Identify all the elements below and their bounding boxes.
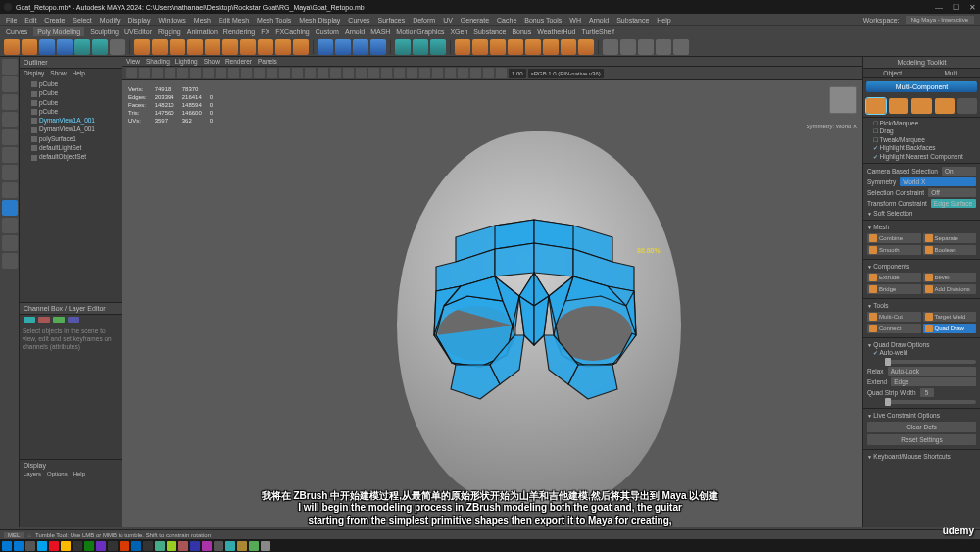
viewport-tool-icon[interactable] — [305, 68, 316, 78]
menu-item[interactable]: Generate — [461, 17, 489, 24]
outliner-item[interactable]: defaultObjectSet — [24, 152, 120, 161]
viewport-menu-item[interactable]: Shading — [146, 58, 170, 65]
extend-dropdown[interactable]: Edge — [891, 377, 976, 386]
close-button[interactable]: ✕ — [969, 3, 976, 12]
outliner-tree[interactable]: pCubepCubepCubepCubeDymanView1A_001Dyman… — [20, 77, 122, 302]
taskbar-app-icon[interactable] — [73, 541, 82, 551]
shelf-tab[interactable]: Animation — [187, 28, 218, 35]
outliner-item[interactable]: pCube — [24, 98, 120, 107]
menu-item[interactable]: Mesh Tools — [257, 17, 291, 24]
menu-item[interactable]: Deform — [413, 17, 435, 24]
shelf-icon[interactable] — [673, 39, 689, 55]
toolbox-button[interactable] — [2, 235, 18, 251]
shelf-tab[interactable]: MotionGraphics — [396, 28, 444, 35]
toolbox-button[interactable] — [2, 200, 18, 216]
viewport-tool-icon[interactable] — [177, 68, 188, 78]
viewport[interactable]: Verts:7491878370Edges:2033942164140Faces… — [122, 80, 862, 527]
taskbar-app-icon[interactable] — [14, 541, 24, 551]
shelf-icon[interactable] — [152, 39, 168, 55]
shelf-icon[interactable] — [413, 39, 428, 55]
clear-defs-button[interactable]: Clear Defs — [867, 422, 976, 432]
outliner-item[interactable]: polySurface1 — [24, 134, 120, 143]
shelf-tab[interactable]: FX — [261, 28, 270, 35]
shelf-icon[interactable] — [258, 39, 273, 55]
workspace-selector[interactable]: Nig Maya - Interactive — [906, 16, 974, 24]
toolkit-tab-multi[interactable]: Multi — [922, 69, 981, 77]
shelf-tab[interactable]: TurtleShelf — [581, 28, 614, 35]
toolkit-button[interactable]: Quad Draw — [923, 324, 977, 333]
shelf-icon[interactable] — [293, 39, 309, 55]
color-space-field[interactable]: sRGB 1.0 (EIN-native v36) — [528, 69, 604, 78]
taskbar-app-icon[interactable] — [49, 541, 59, 551]
shelf-tab[interactable]: Curves — [6, 28, 27, 35]
shelf-icon[interactable] — [170, 39, 185, 55]
toolkit-button[interactable]: Bridge — [867, 284, 921, 294]
menu-item[interactable]: Arnold — [589, 17, 609, 24]
toolbox-button[interactable] — [2, 253, 18, 269]
shelf-tab[interactable]: Poly Modeling — [33, 27, 84, 36]
taskbar-app-icon[interactable] — [120, 541, 129, 551]
viewport-tool-icon[interactable] — [407, 68, 417, 78]
viewport-tool-icon[interactable] — [190, 68, 201, 78]
viewport-tool-icon[interactable] — [139, 68, 150, 78]
toolbox-button[interactable] — [2, 112, 18, 127]
menu-item[interactable]: Windows — [158, 17, 185, 24]
exposure-field[interactable]: 1.00 — [509, 69, 526, 78]
layers-tab[interactable]: Layers — [24, 471, 41, 477]
menu-item[interactable]: Substance — [616, 17, 649, 24]
taskbar-app-icon[interactable] — [108, 541, 118, 551]
viewport-tool-icon[interactable] — [458, 68, 468, 78]
outliner-item[interactable]: pCube — [24, 79, 120, 88]
toolkit-button[interactable]: Bevel — [923, 273, 977, 282]
taskbar-app-icon[interactable] — [225, 541, 235, 551]
viewport-tool-icon[interactable] — [368, 68, 379, 78]
viewport-tool-icon[interactable] — [165, 68, 175, 78]
menu-item[interactable]: UV — [443, 17, 453, 24]
reset-settings-button[interactable]: Reset Settings — [867, 434, 976, 445]
viewport-tool-icon[interactable] — [292, 68, 303, 78]
outliner-item[interactable]: defaultLightSet — [24, 143, 120, 152]
outliner-item[interactable]: pCube — [24, 88, 120, 97]
taskbar-app-icon[interactable] — [167, 541, 176, 551]
viewport-tool-icon[interactable] — [343, 68, 354, 78]
shelf-icon[interactable] — [134, 39, 150, 55]
viewport-menu-item[interactable]: View — [126, 58, 140, 65]
shelf-tab[interactable]: XGen — [450, 28, 467, 35]
multi-component-button[interactable]: Multi-Component — [866, 81, 977, 92]
shelf-tab[interactable]: UVEditor — [124, 28, 152, 35]
trans-constraint-dropdown[interactable]: Edge Surface — [931, 199, 976, 208]
shelf-tab[interactable]: Custom — [316, 28, 339, 35]
taskbar-app-icon[interactable] — [155, 541, 165, 551]
shelf-icon[interactable] — [187, 39, 203, 55]
shelf-tab[interactable]: WeatherHud — [537, 28, 575, 35]
taskbar-app-icon[interactable] — [25, 541, 35, 551]
mel-label[interactable]: MEL — [4, 532, 24, 538]
menu-item[interactable]: Edit Mesh — [219, 17, 249, 24]
quad-strip-width-slider[interactable] — [885, 400, 976, 404]
toolbox-button[interactable] — [2, 182, 18, 198]
taskbar-app-icon[interactable] — [61, 541, 71, 551]
outliner-menu-help[interactable]: Help — [73, 70, 85, 76]
toolkit-button[interactable]: Combine — [867, 233, 921, 243]
shelf-icon[interactable] — [4, 39, 20, 55]
taskbar-app-icon[interactable] — [190, 541, 200, 551]
layers-help[interactable]: Help — [74, 471, 85, 477]
viewport-tool-icon[interactable] — [445, 68, 456, 78]
shelf-icon[interactable] — [92, 39, 108, 55]
edge-mode-icon[interactable] — [889, 98, 908, 114]
outliner-menu-display[interactable]: Display — [24, 70, 44, 76]
viewport-tool-icon[interactable] — [318, 68, 328, 78]
viewport-menu-item[interactable]: Show — [204, 58, 220, 65]
menu-item[interactable]: Select — [73, 17, 91, 24]
shelf-tab[interactable]: Bonus — [512, 28, 531, 35]
menu-item[interactable]: Mesh — [194, 17, 211, 24]
toolkit-tab-object[interactable]: Object — [863, 69, 922, 77]
object-mode-icon[interactable] — [957, 98, 977, 114]
shelf-tab[interactable]: Arnold — [345, 28, 365, 35]
shelf-icon[interactable] — [240, 39, 256, 55]
sel-constraint-dropdown[interactable]: Off — [928, 188, 976, 197]
shelf-icon[interactable] — [656, 39, 671, 55]
shelf-tab[interactable]: Substance — [473, 28, 506, 35]
face-mode-icon[interactable] — [911, 98, 931, 114]
tools-section-header[interactable]: Tools — [867, 301, 976, 310]
